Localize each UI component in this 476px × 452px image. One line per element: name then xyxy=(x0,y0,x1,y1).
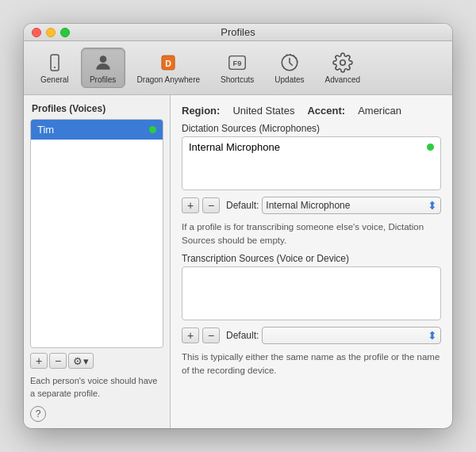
toolbar-item-dragon[interactable]: D Dragon Anywhere xyxy=(129,48,209,88)
add-source-button[interactable]: + xyxy=(182,197,199,213)
dictation-sources-title: Dictation Sources (Microphones) xyxy=(182,123,441,134)
toolbar-item-updates[interactable]: Updates xyxy=(266,48,313,88)
phone-icon xyxy=(44,52,66,74)
help-button[interactable]: ? xyxy=(30,406,46,422)
dictation-controls-row: + − Default: Internal Microphone ⬍ xyxy=(182,197,441,214)
maximize-button[interactable] xyxy=(60,28,70,37)
profile-item-tim[interactable]: Tim xyxy=(31,120,163,140)
dictation-sources-list: Internal Microphone xyxy=(182,136,441,190)
main-window: Profiles General Profiles xyxy=(24,24,452,428)
source-item-internal-mic[interactable]: Internal Microphone xyxy=(182,137,440,157)
toolbar-label-advanced: Advanced xyxy=(325,75,360,84)
profile-active-dot xyxy=(149,126,156,133)
profile-list-controls: + − ⚙ ▾ xyxy=(30,353,163,369)
transcription-controls-row: + − Default: ⬍ xyxy=(182,327,441,344)
traffic-lights xyxy=(32,28,70,37)
toolbar-label-profiles: Profiles xyxy=(90,75,116,84)
add-transcription-button[interactable]: + xyxy=(182,328,199,343)
transcription-sources-list xyxy=(182,266,441,320)
source-name: Internal Microphone xyxy=(189,141,280,153)
dictation-info-text: If a profile is for transcribing someone… xyxy=(182,220,441,247)
remove-profile-button[interactable]: − xyxy=(49,353,67,369)
close-button[interactable] xyxy=(32,28,41,37)
transcription-info-text: This is typically either the same name a… xyxy=(182,350,441,377)
left-panel: Profiles (Voices) Tim + − ⚙ ▾ Each perso… xyxy=(24,95,171,428)
toolbar-item-profiles[interactable]: Profiles xyxy=(81,48,125,88)
transcription-sources-title: Transcription Sources (Voice or Device) xyxy=(182,253,441,264)
titlebar: Profiles xyxy=(24,24,452,41)
profiles-list: Tim xyxy=(30,119,163,348)
region-value: United States xyxy=(232,105,294,117)
toolbar-label-general: General xyxy=(40,75,69,84)
toolbar-item-general[interactable]: General xyxy=(32,48,78,88)
region-label: Region: xyxy=(182,105,220,117)
gear-chevron: ▾ xyxy=(83,355,89,367)
accent-value: American xyxy=(358,105,401,117)
f9-icon: F9 xyxy=(226,52,248,74)
gear-icon-small: ⚙ xyxy=(73,355,83,367)
profile-name: Tim xyxy=(37,124,54,136)
select-arrows-icon: ⬍ xyxy=(428,200,437,211)
svg-text:D: D xyxy=(166,59,172,68)
gear-icon xyxy=(332,52,354,74)
accent-label: Accent: xyxy=(307,105,345,117)
toolbar-item-shortcuts[interactable]: F9 Shortcuts xyxy=(212,48,263,88)
toolbar-item-advanced[interactable]: Advanced xyxy=(317,48,369,88)
panel-title: Profiles (Voices) xyxy=(30,103,163,114)
remove-transcription-button[interactable]: − xyxy=(202,328,220,343)
add-profile-button[interactable]: + xyxy=(30,353,48,369)
default-select-value: Internal Microphone xyxy=(266,200,350,211)
toolbar: General Profiles D Dragon Anywhere xyxy=(24,41,452,95)
default-label: Default: xyxy=(226,200,259,211)
svg-text:F9: F9 xyxy=(233,59,242,67)
default-microphone-select[interactable]: Internal Microphone ⬍ xyxy=(262,197,441,214)
updates-icon xyxy=(278,52,301,74)
content-area: Profiles (Voices) Tim + − ⚙ ▾ Each perso… xyxy=(24,95,452,428)
toolbar-label-dragon: Dragon Anywhere xyxy=(137,75,201,84)
svg-point-8 xyxy=(340,60,346,66)
window-title: Profiles xyxy=(221,26,255,38)
transcription-sources-section: Transcription Sources (Voice or Device) xyxy=(182,253,441,320)
dragon-icon: D xyxy=(157,52,179,74)
remove-source-button[interactable]: − xyxy=(202,197,220,213)
source-active-dot xyxy=(427,144,434,151)
transcription-default-label: Default: xyxy=(226,330,259,341)
transcription-default-select[interactable]: ⬍ xyxy=(262,327,441,344)
toolbar-label-updates: Updates xyxy=(274,75,304,84)
gear-menu-button[interactable]: ⚙ ▾ xyxy=(68,353,94,369)
toolbar-label-shortcuts: Shortcuts xyxy=(221,75,254,84)
dictation-sources-section: Dictation Sources (Microphones) Internal… xyxy=(182,123,441,190)
region-accent-row: Region: United States Accent: American xyxy=(182,105,441,117)
person-icon xyxy=(92,52,114,74)
minimize-button[interactable] xyxy=(46,28,56,37)
profile-hint: Each person's voice should have a separa… xyxy=(30,375,163,400)
svg-point-2 xyxy=(99,56,106,63)
transcription-select-arrows-icon: ⬍ xyxy=(428,330,437,341)
right-panel: Region: United States Accent: American D… xyxy=(171,95,452,428)
